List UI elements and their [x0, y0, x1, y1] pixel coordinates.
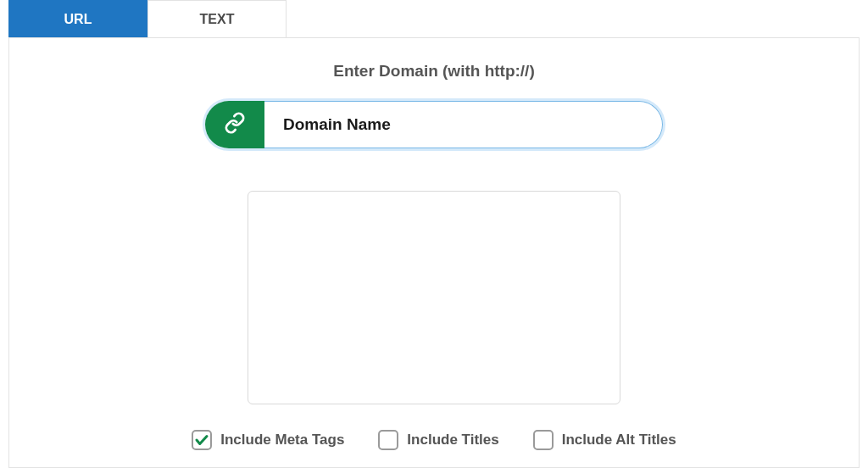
domain-input-group: [205, 101, 663, 148]
textarea-wrap: [248, 191, 620, 408]
option-include-titles[interactable]: Include Titles: [378, 430, 498, 450]
option-include-alt-titles[interactable]: Include Alt Titles: [533, 430, 676, 450]
content-textarea[interactable]: [248, 191, 620, 404]
link-icon: [224, 112, 246, 137]
checkbox-include-meta-tags[interactable]: [192, 430, 212, 450]
tab-url[interactable]: URL: [8, 0, 147, 37]
option-label: Include Meta Tags: [220, 432, 344, 448]
option-include-meta-tags[interactable]: Include Meta Tags: [192, 430, 344, 450]
options-row: Include Meta Tags Include Titles Include…: [26, 430, 842, 450]
checkbox-include-titles[interactable]: [378, 430, 398, 450]
domain-input-addon: [205, 101, 264, 148]
option-label: Include Alt Titles: [562, 432, 676, 448]
checkbox-include-alt-titles[interactable]: [533, 430, 554, 450]
tab-bar: URL TEXT: [8, 0, 860, 37]
tab-text-label: TEXT: [200, 12, 235, 27]
panel-heading: Enter Domain (with http://): [26, 62, 842, 81]
tab-panel: Enter Domain (with http://) Include Meta…: [8, 37, 860, 468]
option-label: Include Titles: [407, 432, 498, 448]
domain-input[interactable]: [264, 101, 663, 148]
tab-text[interactable]: TEXT: [147, 0, 287, 37]
tab-url-label: URL: [64, 12, 92, 27]
